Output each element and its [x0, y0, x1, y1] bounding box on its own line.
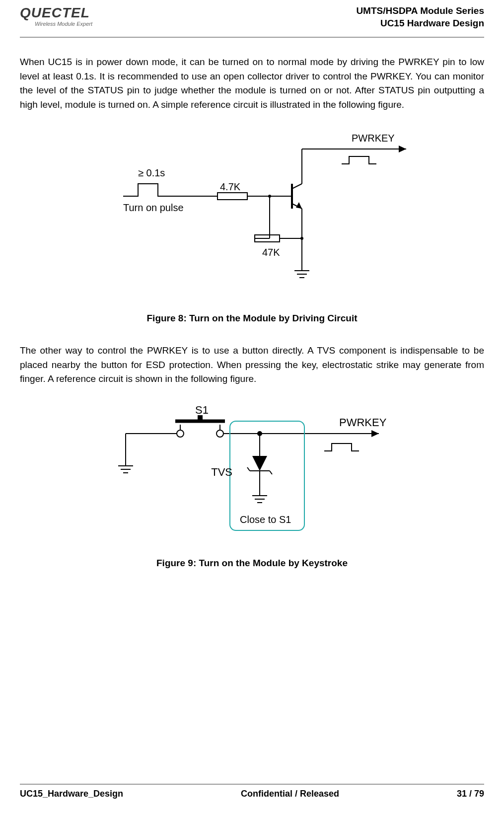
footer-right: 31 / 79: [457, 789, 484, 799]
svg-marker-1: [399, 146, 406, 152]
figure-8-caption: Figure 8: Turn on the Module by Driving …: [20, 313, 484, 324]
svg-marker-12: [296, 202, 302, 209]
page-header: QUECTEL Wireless Module Expert UMTS/HSDP…: [20, 0, 484, 38]
footer-center: Confidential / Released: [241, 789, 339, 799]
svg-point-27: [216, 430, 223, 437]
label-s1: S1: [195, 404, 209, 416]
label-pwrkey: PWRKEY: [352, 133, 395, 144]
paragraph-1: When UC15 is in power down mode, it can …: [20, 55, 484, 112]
logo-block: QUECTEL Wireless Module Expert: [20, 5, 92, 27]
doc-title: UC15 Hardware Design: [356, 17, 484, 30]
footer-left: UC15_Hardware_Design: [20, 789, 123, 799]
svg-marker-40: [252, 456, 267, 471]
header-titles: UMTS/HSDPA Module Series UC15 Hardware D…: [356, 5, 484, 29]
figure-8: PWRKEY ≥ 0.1s Turn on pulse 4.7K 47K: [20, 127, 484, 300]
logo-subtitle: Wireless Module Expert: [35, 21, 92, 27]
label-resistor-47k: 47K: [262, 247, 280, 258]
logo-text: QUECTEL: [20, 5, 90, 21]
svg-line-10: [292, 184, 302, 189]
label-turn-on-pulse: Turn on pulse: [123, 202, 184, 213]
label-pwrkey-fig9: PWRKEY: [339, 416, 387, 429]
label-resistor-4-7k: 4.7K: [220, 181, 241, 192]
svg-line-42: [247, 467, 250, 471]
figure-9-caption: Figure 9: Turn on the Module by Keystrok…: [20, 558, 484, 569]
svg-rect-4: [217, 193, 247, 200]
svg-rect-25: [198, 415, 203, 421]
svg-marker-36: [371, 430, 379, 437]
label-time: ≥ 0.1s: [138, 167, 165, 178]
figure-9: S1 PWRKEY TVS Close to S1: [20, 401, 484, 545]
svg-line-43: [270, 471, 272, 474]
label-tvs: TVS: [211, 466, 232, 478]
series-title: UMTS/HSDPA Module Series: [356, 5, 484, 17]
label-close-to-s1: Close to S1: [240, 514, 291, 525]
page-footer: UC15_Hardware_Design Confidential / Rele…: [20, 784, 484, 799]
paragraph-2: The other way to control the PWRKEY is t…: [20, 344, 484, 386]
svg-point-26: [177, 430, 184, 437]
